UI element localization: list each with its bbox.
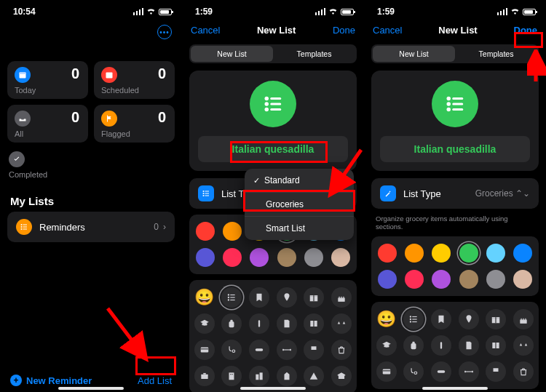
segment-templates[interactable]: Templates: [273, 46, 355, 62]
icon-picker[interactable]: 😀: [371, 302, 539, 389]
wifi-icon: [146, 7, 156, 17]
icon-picker[interactable]: 😀: [189, 280, 357, 392]
pin-icon[interactable]: [277, 287, 297, 308]
card-today[interactable]: 0 Today: [7, 61, 88, 99]
color-swatch[interactable]: [513, 270, 532, 289]
list-icon[interactable]: [403, 309, 424, 329]
color-swatch[interactable]: [196, 248, 215, 267]
annotation-arrow: [103, 304, 162, 369]
card-completed[interactable]: Completed: [7, 148, 175, 183]
dropdown-item-groceries[interactable]: Groceries: [245, 193, 354, 217]
color-swatch[interactable]: [223, 222, 242, 241]
bookmark-icon[interactable]: [249, 287, 269, 308]
gift-icon[interactable]: [304, 287, 324, 308]
book-icon[interactable]: [486, 335, 506, 356]
svg-rect-64: [496, 317, 496, 323]
color-swatch[interactable]: [196, 222, 215, 241]
wand-icon: [380, 185, 396, 201]
cake-icon[interactable]: [331, 287, 352, 308]
dropdown-item-smartlist[interactable]: Smart List: [245, 217, 354, 240]
church-icon[interactable]: [277, 366, 297, 386]
chair-icon[interactable]: [486, 361, 506, 382]
color-swatch[interactable]: [331, 248, 350, 267]
home-indicator: [240, 387, 306, 390]
briefcase-icon[interactable]: [194, 366, 215, 386]
new-reminder-button[interactable]: + New Reminder: [10, 375, 92, 386]
backpack-icon[interactable]: [221, 313, 242, 334]
wifi-icon: [328, 7, 338, 17]
segmented-control[interactable]: New List Templates: [189, 44, 357, 63]
bldg-icon[interactable]: [221, 366, 242, 386]
done-button[interactable]: Done: [333, 25, 355, 36]
add-list-button[interactable]: Add List: [138, 375, 172, 386]
color-swatch[interactable]: [223, 248, 242, 267]
segmented-control[interactable]: New List Templates: [371, 44, 539, 63]
check-icon: ✓: [253, 176, 260, 185]
color-swatch[interactable]: [486, 244, 505, 263]
segment-newlist[interactable]: New List: [373, 46, 455, 62]
bank-icon[interactable]: [331, 366, 352, 386]
list-name-input[interactable]: Italian quesadilla: [380, 136, 530, 162]
color-swatch[interactable]: [378, 244, 397, 263]
pill-icon[interactable]: [249, 340, 269, 360]
pause-icon[interactable]: [249, 313, 269, 334]
svg-point-52: [447, 102, 451, 106]
color-swatch[interactable]: [513, 244, 532, 263]
cake-icon[interactable]: [513, 309, 534, 329]
backpack-icon[interactable]: [403, 335, 424, 356]
gradcap-icon[interactable]: [376, 335, 397, 356]
bldg2-icon[interactable]: [249, 366, 269, 386]
scale-icon[interactable]: [331, 313, 352, 334]
smile-icon[interactable]: 😀: [194, 287, 215, 308]
color-swatch[interactable]: [486, 270, 505, 289]
cancel-button[interactable]: Cancel: [191, 25, 220, 36]
card-scheduled[interactable]: 0 Scheduled: [94, 61, 175, 99]
done-button[interactable]: Done: [514, 25, 538, 36]
cancel-button[interactable]: Cancel: [373, 25, 402, 36]
stetho-icon[interactable]: [403, 361, 424, 382]
card-icon[interactable]: [376, 361, 397, 382]
color-swatch[interactable]: [459, 270, 478, 289]
list-name-input[interactable]: Italian quesadilla: [198, 136, 348, 162]
bookmark-icon[interactable]: [431, 309, 451, 329]
color-swatch[interactable]: [432, 244, 451, 263]
bag-icon[interactable]: [331, 340, 352, 360]
gradcap-icon[interactable]: [194, 313, 215, 334]
svg-rect-69: [383, 369, 391, 375]
card-flagged[interactable]: 0 Flagged: [94, 105, 175, 143]
color-picker[interactable]: [371, 236, 539, 296]
svg-rect-33: [231, 320, 234, 321]
tent-icon[interactable]: [304, 366, 324, 386]
doc-icon[interactable]: [277, 313, 297, 334]
smile-icon[interactable]: 😀: [376, 309, 397, 329]
card-all[interactable]: 0 All: [7, 105, 88, 143]
color-swatch[interactable]: [432, 270, 451, 289]
color-swatch[interactable]: [277, 248, 296, 267]
doc-icon[interactable]: [459, 335, 479, 356]
color-swatch[interactable]: [250, 248, 269, 267]
book-icon[interactable]: [304, 313, 324, 334]
list-row-reminders[interactable]: Reminders 0›: [7, 212, 175, 242]
stetho-icon[interactable]: [221, 340, 242, 360]
color-swatch[interactable]: [405, 270, 424, 289]
bag-icon[interactable]: [513, 361, 534, 382]
gift-icon[interactable]: [486, 309, 506, 329]
pill-icon[interactable]: [431, 361, 451, 382]
pin-icon[interactable]: [459, 309, 479, 329]
dumbbell-icon[interactable]: [459, 361, 479, 382]
color-swatch[interactable]: [459, 244, 478, 263]
color-swatch[interactable]: [405, 244, 424, 263]
dumbbell-icon[interactable]: [277, 340, 297, 360]
pause-icon[interactable]: [431, 335, 451, 356]
segment-newlist[interactable]: New List: [191, 46, 273, 62]
more-button[interactable]: •••: [157, 25, 172, 39]
dropdown-item-standard[interactable]: ✓Standard: [245, 169, 354, 193]
segment-templates[interactable]: Templates: [455, 46, 537, 62]
list-icon[interactable]: [221, 287, 242, 308]
scale-icon[interactable]: [513, 335, 534, 356]
list-type-row[interactable]: List Type Groceries ⌃⌄: [371, 178, 539, 209]
card-icon[interactable]: [194, 340, 215, 360]
chair-icon[interactable]: [304, 340, 324, 360]
color-swatch[interactable]: [378, 270, 397, 289]
color-swatch[interactable]: [304, 248, 323, 267]
